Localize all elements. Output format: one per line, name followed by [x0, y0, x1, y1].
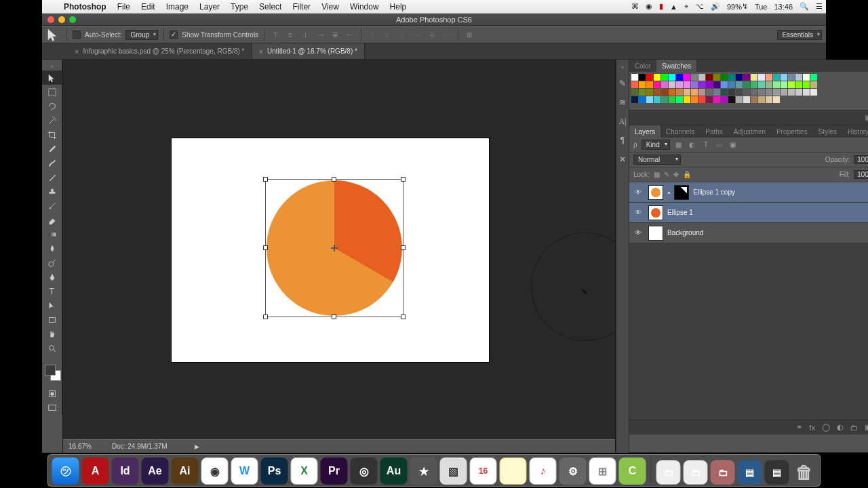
swatch[interactable] [728, 74, 735, 81]
wifi-icon[interactable]: ⌥ [692, 2, 707, 11]
dodge-tool[interactable] [42, 256, 62, 270]
lasso-tool[interactable] [42, 99, 62, 113]
adjustments-tab[interactable]: Adjustmen [728, 125, 771, 138]
transform-handle[interactable] [332, 177, 336, 182]
distribute-bottom-icon[interactable]: ⊥ [397, 29, 408, 40]
dock-notes-icon[interactable] [500, 458, 527, 485]
layer-item[interactable]: 👁 Ellipse 1 ⚭ [629, 203, 868, 223]
dock-camtasia-icon[interactable]: C [619, 458, 646, 485]
swatch[interactable] [751, 96, 757, 103]
spotlight-icon[interactable]: 🔍 [796, 2, 812, 11]
distribute-right-icon[interactable]: ⟝ [441, 29, 452, 40]
swatch[interactable] [654, 81, 660, 88]
battery-status[interactable]: 99%↯ [724, 2, 751, 11]
dock-finder-icon[interactable]: ㋡ [52, 458, 79, 485]
swatch[interactable] [698, 96, 705, 103]
swatch[interactable] [781, 74, 787, 81]
clock-day[interactable]: Tue [751, 3, 771, 11]
layer-item[interactable]: 👁 Background 🔒 [629, 223, 868, 243]
gradient-tool[interactable] [42, 227, 62, 241]
swatch[interactable] [631, 89, 638, 96]
move-tool[interactable] [42, 70, 62, 85]
layer-item[interactable]: 👁 ▪ Ellipse 1 copy ⚭ [629, 182, 868, 203]
app-menu[interactable]: Photoshop [58, 2, 112, 12]
swatch[interactable] [646, 96, 653, 103]
transform-handle[interactable] [401, 245, 406, 250]
swatch[interactable] [631, 96, 638, 103]
swatch[interactable] [781, 89, 787, 96]
swatch-grid[interactable] [631, 74, 868, 103]
properties-tab[interactable]: Properties [771, 125, 813, 138]
swatch[interactable] [676, 74, 683, 81]
opacity-value[interactable]: 100% [854, 155, 868, 164]
brush-panel-icon[interactable]: ✎ [616, 77, 629, 89]
swatch[interactable] [669, 96, 675, 103]
swatch[interactable] [773, 74, 780, 81]
rectangle-tool[interactable] [42, 312, 62, 327]
swatch[interactable] [743, 74, 750, 81]
swatch[interactable] [766, 89, 772, 96]
add-mask-icon[interactable]: ◯ [822, 423, 830, 432]
swatch[interactable] [736, 96, 743, 103]
swatch[interactable] [646, 89, 653, 96]
layer-thumbnail[interactable] [648, 226, 663, 241]
visibility-toggle-icon[interactable]: 👁 [632, 209, 644, 216]
swatch[interactable] [698, 89, 705, 96]
swatch[interactable] [684, 89, 690, 96]
dock-aftereffects-icon[interactable]: Ae [142, 458, 169, 485]
tab-infographic[interactable]: × Infographic basics.psd @ 25% (Percenta… [68, 43, 252, 59]
lock-position-icon[interactable]: ✥ [673, 171, 679, 178]
swatch[interactable] [706, 74, 713, 81]
foreground-color-swatch[interactable] [45, 365, 56, 375]
swatch[interactable] [698, 74, 705, 81]
filter-adjustment-icon[interactable]: ◐ [688, 141, 697, 148]
path-selection-tool[interactable] [42, 298, 62, 312]
healing-brush-tool[interactable] [42, 156, 62, 170]
swatch[interactable] [646, 81, 653, 88]
align-vcenter-icon[interactable]: ≡ [285, 29, 296, 40]
swatch[interactable] [795, 74, 802, 81]
swatch[interactable] [728, 96, 735, 103]
swatch[interactable] [736, 81, 743, 88]
distribute-hcenter-icon[interactable]: ≣ [427, 29, 437, 40]
dock-settings-icon[interactable]: ⚙ [559, 458, 587, 485]
swatch[interactable] [684, 81, 690, 88]
menu-help[interactable]: Help [384, 2, 412, 12]
hand-tool[interactable] [42, 327, 62, 341]
document-canvas[interactable] [172, 138, 489, 362]
swatch[interactable] [654, 96, 660, 103]
swatch[interactable] [803, 89, 810, 96]
expand-dock-icon[interactable]: « [620, 64, 624, 70]
tool-presets-panel-icon[interactable]: ✕ [616, 153, 629, 165]
swatch[interactable] [751, 81, 757, 88]
swatch[interactable] [758, 81, 765, 88]
swatch[interactable] [691, 74, 698, 81]
swatch[interactable] [721, 81, 728, 88]
swatch[interactable] [758, 96, 765, 103]
swatch[interactable] [646, 74, 653, 81]
swatch[interactable] [713, 89, 720, 96]
swatch[interactable] [639, 96, 646, 103]
menu-layer[interactable]: Layer [194, 2, 225, 12]
swatch[interactable] [795, 81, 802, 88]
swatch[interactable] [669, 89, 675, 96]
transform-handle[interactable] [263, 314, 268, 319]
menu-type[interactable]: Type [225, 2, 254, 12]
swatch[interactable] [766, 96, 772, 103]
dock-folder-icon[interactable]: 🗀 [711, 460, 735, 485]
swatch[interactable] [743, 96, 750, 103]
layer-name[interactable]: Ellipse 1 copy [693, 188, 868, 196]
swatch[interactable] [676, 81, 683, 88]
paragraph-panel-icon[interactable]: ¶ [616, 134, 629, 146]
swatch[interactable] [669, 81, 675, 88]
swatch[interactable] [736, 74, 743, 81]
clock-time[interactable]: 13:46 [770, 3, 796, 11]
dock-folder-icon[interactable]: 🗀 [684, 460, 708, 485]
visibility-toggle-icon[interactable]: 👁 [632, 229, 644, 237]
swatch[interactable] [728, 81, 735, 88]
swatch[interactable] [713, 96, 720, 103]
swatch[interactable] [758, 89, 765, 96]
layer-name[interactable]: Ellipse 1 [667, 209, 868, 216]
swatch[interactable] [743, 89, 750, 96]
filter-pixel-icon[interactable]: ▦ [674, 141, 684, 148]
